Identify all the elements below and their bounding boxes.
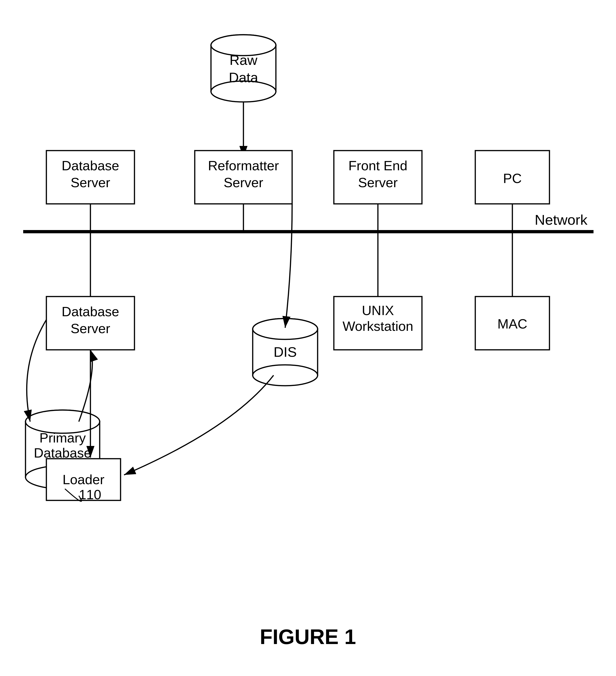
- svg-text:Primary: Primary: [39, 430, 86, 445]
- raw-data-label: Raw: [229, 52, 258, 68]
- svg-text:Loader: Loader: [63, 472, 105, 487]
- svg-point-35: [253, 365, 318, 386]
- svg-text:Database: Database: [34, 445, 91, 460]
- svg-text:UNIX: UNIX: [362, 303, 394, 318]
- svg-text:Server: Server: [358, 175, 398, 190]
- figure-label: FIGURE 1: [260, 625, 356, 649]
- label-110: 110: [79, 487, 101, 502]
- svg-text:Workstation: Workstation: [343, 319, 413, 334]
- svg-text:Database: Database: [62, 158, 119, 173]
- svg-text:Front End: Front End: [349, 158, 408, 173]
- svg-text:Database: Database: [62, 304, 119, 319]
- svg-point-36: [253, 319, 318, 339]
- svg-text:Server: Server: [71, 175, 110, 190]
- svg-text:Server: Server: [71, 321, 110, 336]
- svg-text:DIS: DIS: [273, 344, 297, 360]
- svg-text:Reformatter: Reformatter: [208, 158, 279, 173]
- svg-point-41: [25, 410, 100, 433]
- network-label: Network: [534, 212, 587, 228]
- svg-text:PC: PC: [503, 171, 522, 186]
- svg-text:Server: Server: [224, 175, 263, 190]
- svg-text:MAC: MAC: [498, 316, 527, 331]
- diagram-container: Raw Data Database Server Reformatter Ser…: [0, 0, 616, 676]
- raw-data-label2: Data: [229, 70, 258, 85]
